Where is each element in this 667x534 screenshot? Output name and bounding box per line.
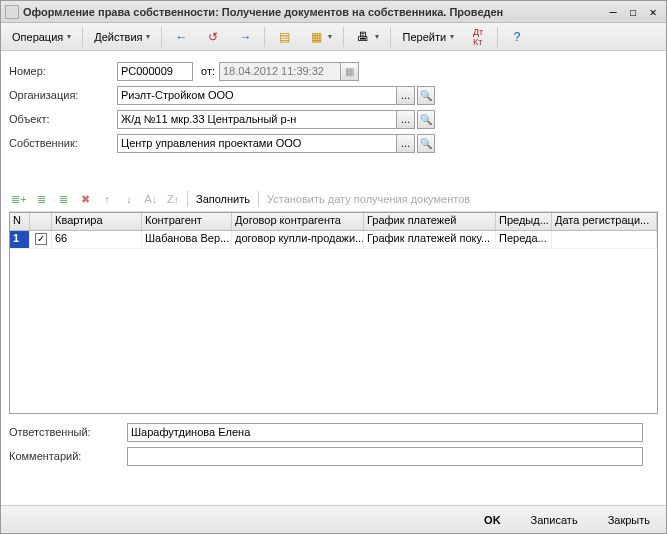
undo-post-button[interactable]: ↺ xyxy=(198,26,228,48)
ok-button[interactable]: OK xyxy=(474,511,511,529)
sort-asc-button[interactable]: A↓ xyxy=(141,189,161,209)
button-bar: OK Записать Закрыть xyxy=(1,505,666,533)
org-select-button[interactable]: … xyxy=(397,86,415,105)
col-schedule[interactable]: График платежей xyxy=(364,213,496,230)
number-label: Номер: xyxy=(9,65,117,77)
object-input[interactable] xyxy=(117,110,397,129)
titlebar: Оформление права собственности: Получени… xyxy=(1,1,666,23)
org-input[interactable] xyxy=(117,86,397,105)
cell-flat[interactable]: 66 xyxy=(52,231,142,248)
cell-prev[interactable]: Переда... xyxy=(496,231,552,248)
bottom-form: Ответственный: Комментарий: xyxy=(9,422,658,466)
responsible-label: Ответственный: xyxy=(9,426,127,438)
col-contract[interactable]: Договор контрагента xyxy=(232,213,364,230)
grid-header: N Квартира Контрагент Договор контрагент… xyxy=(10,213,657,231)
owner-label: Собственник: xyxy=(9,137,117,149)
cell-n[interactable]: 1 xyxy=(10,231,30,248)
set-date-button: Установить дату получения документов xyxy=(263,193,474,205)
checkbox-icon[interactable]: ✓ xyxy=(35,233,47,245)
close-form-button[interactable]: Закрыть xyxy=(598,511,660,529)
separator xyxy=(497,27,498,47)
copy-row-button[interactable]: ≣ xyxy=(53,189,73,209)
ellipsis-icon: … xyxy=(401,138,411,149)
save-button[interactable]: Записать xyxy=(521,511,588,529)
separator xyxy=(258,191,259,207)
form-content: Номер: от: ▦ Организация: … 🔍 Объект: … … xyxy=(1,51,666,474)
print-button[interactable]: 🖶 xyxy=(348,26,386,48)
arrow-left-icon: ← xyxy=(173,29,189,45)
fill-button[interactable]: Заполнить xyxy=(192,193,254,205)
dtkt-button[interactable]: ДтКт xyxy=(463,26,493,48)
nav-forward-button[interactable]: → xyxy=(230,26,260,48)
operation-menu[interactable]: Операция xyxy=(5,28,78,46)
number-input[interactable] xyxy=(117,62,193,81)
separator xyxy=(343,27,344,47)
minimize-button[interactable]: — xyxy=(604,4,622,19)
comment-label: Комментарий: xyxy=(9,450,127,462)
separator xyxy=(161,27,162,47)
main-toolbar: Операция Действия ← ↺ → ▤ ▦ 🖶 Перейти Дт… xyxy=(1,23,666,51)
col-prev[interactable]: Предыд... xyxy=(496,213,552,230)
object-label: Объект: xyxy=(9,113,117,125)
move-down-button[interactable]: ↓ xyxy=(119,189,139,209)
cell-counterparty[interactable]: Шабанова Вер... xyxy=(142,231,232,248)
window-icon xyxy=(5,5,19,19)
grid-toolbar: ≣+ ≣ ≣ ✖ ↑ ↓ A↓ Z↑ Заполнить Установить … xyxy=(9,187,658,212)
help-button[interactable]: ? xyxy=(502,26,532,48)
dtkt-icon: ДтКт xyxy=(470,29,486,45)
org-label: Организация: xyxy=(9,89,117,101)
col-check[interactable] xyxy=(30,213,52,230)
close-button[interactable]: ✕ xyxy=(644,4,662,19)
owner-search-button[interactable]: 🔍 xyxy=(417,134,435,153)
cell-regdate[interactable] xyxy=(552,231,657,248)
structure-button[interactable]: ▤ xyxy=(269,26,299,48)
object-select-button[interactable]: … xyxy=(397,110,415,129)
ellipsis-icon: … xyxy=(401,90,411,101)
separator xyxy=(82,27,83,47)
responsible-input[interactable] xyxy=(127,423,643,442)
owner-input[interactable] xyxy=(117,134,397,153)
window-title: Оформление права собственности: Получени… xyxy=(23,6,602,18)
object-search-button[interactable]: 🔍 xyxy=(417,110,435,129)
col-counterparty[interactable]: Контрагент xyxy=(142,213,232,230)
col-n[interactable]: N xyxy=(10,213,30,230)
arrow-right-icon: → xyxy=(237,29,253,45)
add-row-button[interactable]: ≣+ xyxy=(9,189,29,209)
from-label: от: xyxy=(201,65,215,77)
post-button[interactable]: ▦ xyxy=(301,26,339,48)
cell-check[interactable]: ✓ xyxy=(30,231,52,248)
search-icon: 🔍 xyxy=(420,138,432,149)
structure-icon: ▤ xyxy=(276,29,292,45)
move-up-button[interactable]: ↑ xyxy=(97,189,117,209)
separator xyxy=(187,191,188,207)
post-icon: ▦ xyxy=(308,29,324,45)
col-regdate[interactable]: Дата регистраци... xyxy=(552,213,657,230)
printer-icon: 🖶 xyxy=(355,29,371,45)
search-icon: 🔍 xyxy=(420,90,432,101)
ellipsis-icon: … xyxy=(401,114,411,125)
comment-input[interactable] xyxy=(127,447,643,466)
table-row[interactable]: 1 ✓ 66 Шабанова Вер... договор купли-про… xyxy=(10,231,657,249)
undo-post-icon: ↺ xyxy=(205,29,221,45)
separator xyxy=(264,27,265,47)
insert-row-button[interactable]: ≣ xyxy=(31,189,51,209)
goto-menu[interactable]: Перейти xyxy=(395,28,461,46)
separator xyxy=(390,27,391,47)
cell-schedule[interactable]: График платежей поку... xyxy=(364,231,496,248)
org-search-button[interactable]: 🔍 xyxy=(417,86,435,105)
calendar-button[interactable]: ▦ xyxy=(341,62,359,81)
search-icon: 🔍 xyxy=(420,114,432,125)
delete-row-button[interactable]: ✖ xyxy=(75,189,95,209)
nav-back-button[interactable]: ← xyxy=(166,26,196,48)
data-grid[interactable]: N Квартира Контрагент Договор контрагент… xyxy=(9,212,658,414)
date-input[interactable] xyxy=(219,62,341,81)
calendar-icon: ▦ xyxy=(345,66,354,77)
sort-desc-button[interactable]: Z↑ xyxy=(163,189,183,209)
cell-contract[interactable]: договор купли-продажи... xyxy=(232,231,364,248)
actions-menu[interactable]: Действия xyxy=(87,28,157,46)
col-flat[interactable]: Квартира xyxy=(52,213,142,230)
help-icon: ? xyxy=(509,29,525,45)
maximize-button[interactable]: ☐ xyxy=(624,4,642,19)
owner-select-button[interactable]: … xyxy=(397,134,415,153)
